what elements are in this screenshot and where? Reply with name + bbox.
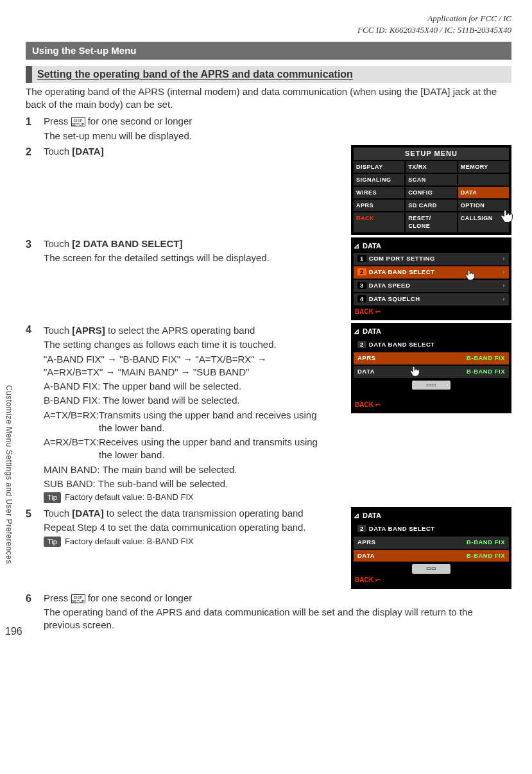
data-menu-title: DATA	[363, 241, 381, 251]
cell-back: BACK	[354, 212, 404, 232]
back-label: BACK ⤺	[354, 399, 509, 411]
desc-aband: A-BAND FIX: The upper band will be selec…	[44, 380, 325, 393]
setup-menu-screenshot: SETUP MENU DISPLAY TX/RX MEMORY SIGNALIN…	[351, 145, 511, 235]
banner: Using the Set-up Menu	[26, 42, 511, 60]
row-header: 2DATA BAND SELECT	[354, 523, 509, 535]
chevron-right-icon: ›	[502, 295, 505, 304]
fcc-line2: FCC ID: K6620345X40 / IC: 511B-20345X40	[26, 24, 511, 36]
chevron-right-icon: ›	[502, 268, 505, 277]
desc-mainband: MAIN BAND: The main band will be selecte…	[44, 463, 325, 476]
kv-aprs: APRSB-BAND FIX	[354, 537, 509, 549]
step-2: Touch [DATA] SETUP MENU DISPLAY TX/RX ME…	[26, 145, 511, 235]
desc-atx-brx: A=TX/B=RX: Transmits using the upper ban…	[44, 409, 325, 435]
row-com-port: 1COM PORT SETTING›	[354, 253, 509, 265]
step-4-sequence: "A-BAND FIX" → "B-BAND FIX" → "A=TX/B=RX…	[44, 353, 325, 379]
row-data-band-select: 2DATA BAND SELECT›	[354, 266, 509, 279]
cell-aprs: APRS	[354, 200, 404, 211]
step-4-line1: Touch [APRS] to select the APRS operatin…	[44, 324, 325, 337]
page-number: 196	[5, 624, 22, 639]
step-5-line2: Repeat Step 4 to set the data communicat…	[44, 521, 325, 534]
row-data-squelch: 4DATA SQUELCH›	[354, 293, 509, 305]
step-3: Touch [2 DATA BAND SELECT] The screen fo…	[26, 237, 511, 321]
desc-bband: B-BAND FIX: The lower band will be selec…	[44, 394, 325, 407]
step-6-line1: Press DISPSETUP for one second or longer	[44, 592, 511, 605]
step-2-line1: Touch [DATA]	[44, 145, 325, 158]
desc-subband: SUB BAND: The sub-band will be selected.	[44, 477, 325, 490]
cell-signaling: SIGNALING	[354, 174, 404, 185]
kv-data: DATAB-BAND FIX	[354, 550, 509, 562]
touch-hand-icon	[497, 207, 515, 225]
touch-hand-icon	[463, 268, 477, 282]
antenna-icon: ⊿	[354, 511, 360, 520]
band-graphic-icon: ▭▭	[412, 564, 450, 574]
step-6-line2: The operating band of the APRS and data …	[44, 606, 511, 632]
intro-text: The operating band of the APRS (internal…	[26, 85, 511, 112]
step-3-line1: Touch [2 DATA BAND SELECT]	[44, 237, 325, 250]
step-5: Touch [DATA] to select the data transmis…	[26, 507, 511, 589]
step-4-line2: The setting changes as follows each time…	[44, 338, 325, 351]
shot4-title: DATA	[363, 511, 381, 520]
cell-wires: WIRES	[354, 187, 404, 198]
cell-memory: MEMORY	[458, 161, 509, 173]
fcc-header: Application for FCC / IC FCC ID: K662034…	[26, 13, 511, 35]
section-title: Setting the operating band of the APRS a…	[26, 66, 511, 83]
kv-data: DATAB-BAND FIX	[354, 366, 509, 378]
setup-menu-title: SETUP MENU	[354, 148, 509, 160]
step-1-line1: Press DISPSETUP for one second or longer	[44, 115, 511, 128]
step-3-line2: The screen for the detailed settings wil…	[44, 252, 325, 264]
row-data-speed: 3DATA SPEED›	[354, 280, 509, 292]
chevron-right-icon: ›	[502, 282, 505, 290]
kv-aprs: APRSB-BAND FIX	[354, 352, 509, 365]
chevron-right-icon: ›	[502, 255, 505, 263]
disp-setup-icon: DISPSETUP	[71, 594, 85, 603]
back-label: BACK ⤺	[354, 574, 509, 587]
step-4-tip: TipFactory default value: B-BAND FIX	[44, 492, 325, 503]
antenna-icon: ⊿	[354, 327, 360, 336]
cell-txrx: TX/RX	[406, 161, 456, 173]
cell-display: DISPLAY	[354, 161, 404, 173]
cell-gm	[458, 174, 509, 185]
cell-scan: SCAN	[406, 174, 456, 185]
step-1-line2: The set-up menu will be displayed.	[44, 130, 511, 142]
step-4: Touch [APRS] to select the APRS operatin…	[26, 323, 511, 504]
row-header: 2DATA BAND SELECT	[354, 339, 509, 351]
step-5-line1: Touch [DATA] to select the data transmis…	[44, 507, 325, 520]
data-menu-screenshot: ⊿DATA 1COM PORT SETTING› 2DATA BAND SELE…	[351, 237, 511, 321]
data-band-select-aprs-screenshot: ⊿DATA 2DATA BAND SELECT APRSB-BAND FIX D…	[351, 323, 511, 413]
antenna-icon: ⊿	[354, 241, 360, 251]
step-1: Press DISPSETUP for one second or longer…	[26, 115, 511, 142]
cell-reset-clone: RESET/ CLONE	[406, 212, 456, 232]
data-band-select-data-screenshot: ⊿DATA 2DATA BAND SELECT APRSB-BAND FIX D…	[351, 507, 511, 589]
side-tab: Customize Menu Settings and User Prefere…	[4, 385, 14, 564]
step-6: Press DISPSETUP for one second or longer…	[26, 592, 511, 632]
step-5-tip: TipFactory default value: B-BAND FIX	[44, 536, 325, 547]
cell-data: DATA	[458, 187, 509, 198]
shot3-title: DATA	[363, 327, 381, 336]
band-graphic-icon: ▭▭	[412, 381, 450, 390]
back-label: BACK ⤺	[354, 305, 509, 318]
desc-arx-btx: A=RX/B=TX: Receives using the upper band…	[44, 436, 325, 462]
touch-hand-icon	[408, 364, 422, 378]
cell-sdcard: SD CARD	[406, 200, 456, 211]
fcc-line1: Application for FCC / IC	[26, 13, 511, 24]
disp-setup-icon: DISPSETUP	[71, 117, 85, 126]
cell-config: CONFIG	[406, 187, 456, 198]
